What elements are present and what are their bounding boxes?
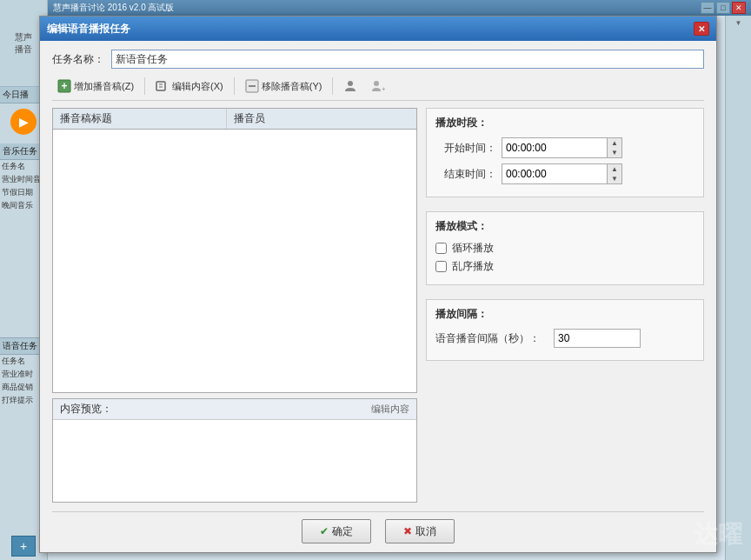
edit-dialog: 编辑语音播报任务 ✕ 任务名称： + 增加播音稿(Z) <box>39 16 717 553</box>
end-time-input[interactable] <box>502 164 607 183</box>
bg-sidebar-top: 慧声播音 <box>15 31 32 56</box>
svg-point-8 <box>374 81 379 86</box>
play-button[interactable]: ▶ <box>10 109 37 135</box>
end-time-label: 结束时间： <box>435 167 496 182</box>
play-mode-section: 播放模式： 循环播放 乱序播放 <box>426 211 704 285</box>
cancel-icon: ✖ <box>403 525 412 537</box>
end-time-spin: ▲ ▼ <box>607 164 621 183</box>
add-icon: + <box>57 79 71 93</box>
start-time-spin: ▲ ▼ <box>607 138 621 157</box>
start-time-container: ▲ ▼ <box>502 137 622 158</box>
loop-checkbox-row: 循环播放 <box>435 241 695 256</box>
table-header: 播音稿标题 播音员 <box>53 109 416 130</box>
loop-checkbox[interactable] <box>435 243 447 254</box>
toolbar-sep-2 <box>234 77 235 95</box>
dialog-footer: ✔ 确定 ✖ 取消 <box>52 511 704 543</box>
end-time-up-btn[interactable]: ▲ <box>608 164 621 174</box>
preview-header: 内容预览： 编辑内容 <box>53 399 416 420</box>
ok-button[interactable]: ✔ 确定 <box>302 519 371 543</box>
svg-rect-2 <box>156 82 165 90</box>
script-table[interactable]: 播音稿标题 播音员 <box>52 108 417 393</box>
toolbar-extra-btn2[interactable]: + <box>366 77 390 95</box>
remove-script-label: 移除播音稿(Y) <box>262 80 322 93</box>
ok-label: 确定 <box>332 524 353 539</box>
person2-icon: + <box>371 79 385 93</box>
end-time-container: ▲ ▼ <box>502 163 622 184</box>
main-content: 播音稿标题 播音员 内容预览： 编辑内容 <box>52 108 704 503</box>
cancel-label: 取消 <box>415 524 436 539</box>
ok-icon: ✔ <box>320 525 329 537</box>
play-mode-title: 播放模式： <box>435 219 695 234</box>
table-col-title: 播音稿标题 <box>53 109 227 129</box>
app-minimize-btn[interactable]: — <box>701 2 714 14</box>
edit-icon <box>156 79 169 93</box>
start-time-input[interactable] <box>502 138 607 157</box>
svg-point-7 <box>348 81 353 86</box>
start-time-up-btn[interactable]: ▲ <box>608 138 621 148</box>
svg-text:+: + <box>382 85 385 93</box>
task-name-input[interactable] <box>111 50 704 69</box>
app-title: 慧声播音讨论 2016 v2.0 高试版 <box>53 2 174 14</box>
app-titlebar: 慧声播音讨论 2016 v2.0 高试版 — □ ✕ <box>48 0 751 16</box>
interval-input[interactable] <box>554 329 641 348</box>
interval-section: 播放间隔： 语音播音间隔（秒）： <box>426 299 704 361</box>
dialog-titlebar: 编辑语音播报任务 ✕ <box>40 17 716 41</box>
toolbar-extra-btn1[interactable] <box>338 77 362 95</box>
right-collapse-panel: ▼ <box>725 16 751 560</box>
task-name-row: 任务名称： <box>52 50 704 69</box>
add-script-label: 增加播音稿(Z) <box>74 80 134 93</box>
random-checkbox[interactable] <box>435 261 447 272</box>
table-body <box>53 130 416 303</box>
dialog-title: 编辑语音播报任务 <box>47 22 130 37</box>
preview-label: 内容预览： <box>60 402 112 417</box>
remove-icon <box>245 79 259 93</box>
dialog-body: 任务名称： + 增加播音稿(Z) 编辑内容(X) <box>40 41 716 552</box>
settings-panel: 播放时段： 开始时间： ▲ ▼ 结束时间： <box>426 108 704 503</box>
interval-row: 语音播音间隔（秒）： <box>435 329 695 348</box>
table-col-announcer: 播音员 <box>227 109 416 129</box>
svg-text:+: + <box>61 80 67 92</box>
end-time-row: 结束时间： ▲ ▼ <box>435 163 695 184</box>
interval-label: 语音播音间隔（秒）： <box>435 331 548 346</box>
loop-label[interactable]: 循环播放 <box>452 241 494 256</box>
preview-content <box>53 420 416 500</box>
playback-time-title: 播放时段： <box>435 116 695 130</box>
toolbar-sep-1 <box>144 77 145 95</box>
start-time-row: 开始时间： ▲ ▼ <box>435 137 695 158</box>
start-time-label: 开始时间： <box>435 141 496 156</box>
toolbar-sep-3 <box>332 77 333 95</box>
toolbar: + 增加播音稿(Z) 编辑内容(X) 移除播音稿(Y) <box>52 77 704 101</box>
left-panel: 播音稿标题 播音员 内容预览： 编辑内容 <box>52 108 417 503</box>
edit-content-button[interactable]: 编辑内容(X) <box>150 77 229 95</box>
edit-content-label: 编辑内容(X) <box>172 80 223 93</box>
add-script-button[interactable]: + 增加播音稿(Z) <box>52 77 139 95</box>
task-name-label: 任务名称： <box>52 52 104 67</box>
preview-edit-button[interactable]: 编辑内容 <box>371 403 409 416</box>
person-icon <box>343 79 357 93</box>
random-checkbox-row: 乱序播放 <box>435 259 695 274</box>
dialog-close-button[interactable]: ✕ <box>694 22 709 36</box>
preview-area: 内容预览： 编辑内容 <box>52 398 417 503</box>
random-label[interactable]: 乱序播放 <box>452 259 494 274</box>
start-time-down-btn[interactable]: ▼ <box>608 148 621 157</box>
end-time-down-btn[interactable]: ▼ <box>608 174 621 183</box>
cancel-button[interactable]: ✖ 取消 <box>385 519 455 543</box>
remove-script-button[interactable]: 移除播音稿(Y) <box>240 77 328 95</box>
interval-title: 播放间隔： <box>435 307 695 322</box>
app-maximize-btn[interactable]: □ <box>716 2 730 14</box>
app-close-btn[interactable]: ✕ <box>732 2 746 14</box>
playback-time-section: 播放时段： 开始时间： ▲ ▼ 结束时间： <box>426 108 704 197</box>
